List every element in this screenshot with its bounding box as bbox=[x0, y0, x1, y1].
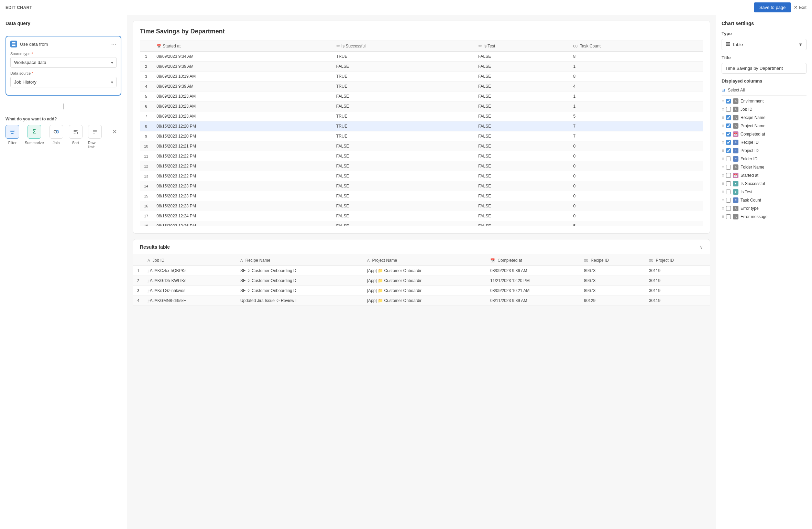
is-test-cell: FALSE bbox=[474, 211, 569, 221]
table-row: 1 08/09/2023 9:34 AM TRUE FALSE 8 bbox=[140, 52, 703, 62]
columns-section-title: Displayed columns bbox=[722, 78, 806, 84]
column-name: Error type bbox=[740, 206, 759, 211]
is-test-header[interactable]: 👁Is Test bbox=[474, 41, 569, 52]
type-dropdown-icon[interactable]: ▼ bbox=[798, 42, 803, 47]
column-name: Folder ID bbox=[740, 156, 757, 161]
drag-handle-icon[interactable]: ⠿ bbox=[722, 215, 724, 219]
svg-rect-10 bbox=[726, 45, 730, 46]
text-icon-1: A bbox=[147, 258, 150, 262]
job-id-header[interactable]: A Job ID bbox=[143, 255, 236, 266]
completed-at-cell: 08/09/2023 9:36 AM bbox=[486, 266, 580, 276]
column-checkbox[interactable] bbox=[726, 173, 731, 178]
row-number: 9 bbox=[140, 131, 152, 141]
results-title: Results table bbox=[140, 244, 170, 250]
drag-handle-icon[interactable]: ⠿ bbox=[722, 141, 724, 144]
is-test-cell: FALSE bbox=[474, 52, 569, 62]
row-number: 2 bbox=[140, 62, 152, 72]
recipe-name-cell: SF -> Customer Onboarding D bbox=[236, 276, 363, 286]
is-successful-cell: FALSE bbox=[332, 171, 474, 181]
more-options-icon[interactable]: ⋯ bbox=[111, 41, 117, 47]
job-id-cell: j-AJAKCzkx-hQBPKs bbox=[143, 266, 236, 276]
column-checkbox[interactable] bbox=[726, 115, 731, 120]
is-successful-cell: FALSE bbox=[332, 181, 474, 191]
recipe-id-cell: 89673 bbox=[580, 276, 645, 286]
recipe-id-header[interactable]: 00 Recipe ID bbox=[580, 255, 645, 266]
is-successful-header[interactable]: 👁Is Successful bbox=[332, 41, 474, 52]
column-checkbox[interactable] bbox=[726, 140, 731, 145]
column-type-icon: # bbox=[733, 140, 738, 145]
column-checkbox[interactable] bbox=[726, 190, 731, 194]
clear-action[interactable]: ✕ bbox=[108, 125, 121, 139]
svg-point-4 bbox=[56, 130, 59, 133]
column-checkbox[interactable] bbox=[726, 156, 731, 161]
recipe-name-cell: SF -> Customer Onboarding D bbox=[236, 286, 363, 296]
join-action[interactable]: Join bbox=[50, 125, 63, 145]
row-number: 16 bbox=[140, 201, 152, 211]
task-count-cell: 0 bbox=[569, 141, 703, 151]
row-limit-label: Row limit bbox=[88, 141, 102, 149]
column-checkbox[interactable] bbox=[726, 148, 731, 153]
select-all-label[interactable]: Select All bbox=[728, 88, 745, 93]
source-type-select[interactable]: Workspace data bbox=[10, 57, 117, 68]
data-source-select[interactable]: Job History bbox=[10, 77, 117, 87]
is-test-cell: FALSE bbox=[474, 101, 569, 111]
exit-button[interactable]: ✕ Exit bbox=[794, 5, 806, 10]
row-number: 15 bbox=[140, 191, 152, 201]
column-checkbox[interactable] bbox=[726, 198, 731, 203]
project-name-header[interactable]: A Project Name bbox=[363, 255, 486, 266]
sort-action[interactable]: Sort bbox=[69, 125, 83, 145]
column-name: Started at bbox=[740, 173, 758, 178]
recipe-name-header[interactable]: A Recipe Name bbox=[236, 255, 363, 266]
column-checkbox[interactable] bbox=[726, 214, 731, 219]
drag-handle-icon[interactable]: ⠿ bbox=[722, 190, 724, 194]
is-test-cell: FALSE bbox=[474, 201, 569, 211]
drag-handle-icon[interactable]: ⠿ bbox=[722, 157, 724, 161]
drag-handle-icon[interactable]: ⠿ bbox=[722, 198, 724, 202]
summarize-action[interactable]: Σ Summarize bbox=[25, 125, 44, 145]
drag-handle-icon[interactable]: ⠿ bbox=[722, 182, 724, 186]
table-row: 2 08/09/2023 9:39 AM FALSE FALSE 1 bbox=[140, 62, 703, 72]
source-type-field: Source type * Workspace data ▼ bbox=[10, 52, 117, 68]
drag-handle-icon[interactable]: ⠿ bbox=[722, 149, 724, 153]
started-at-cell: 08/09/2023 10:23 AM bbox=[152, 91, 332, 101]
filter-action[interactable]: Filter bbox=[6, 125, 19, 145]
project-id-header[interactable]: 00 Project ID bbox=[645, 255, 710, 266]
row-limit-action[interactable]: Row limit bbox=[88, 125, 102, 149]
drag-handle-icon[interactable]: ⠿ bbox=[722, 99, 724, 103]
column-item: ⠿ # Task Count bbox=[722, 196, 806, 204]
row-number: 14 bbox=[140, 181, 152, 191]
started-at-header[interactable]: 📅Started at bbox=[152, 41, 332, 52]
completed-at-header[interactable]: 📅 Completed at bbox=[486, 255, 580, 266]
drag-handle-icon[interactable]: ⠿ bbox=[722, 124, 724, 128]
drag-handle-icon[interactable]: ⠿ bbox=[722, 132, 724, 136]
column-checkbox[interactable] bbox=[726, 132, 731, 137]
data-source-card: Use data from ⋯ Source type * Workspace … bbox=[6, 36, 121, 96]
column-checkbox[interactable] bbox=[726, 123, 731, 128]
chart-title-input[interactable] bbox=[722, 63, 806, 74]
column-checkbox[interactable] bbox=[726, 165, 731, 170]
task-count-header[interactable]: 00 Task Count bbox=[569, 41, 703, 52]
drag-handle-icon[interactable]: ⠿ bbox=[722, 116, 724, 120]
drag-handle-icon[interactable]: ⠿ bbox=[722, 207, 724, 210]
drag-handle-icon[interactable]: ⠿ bbox=[722, 174, 724, 177]
completed-at-cell: 08/11/2023 9:39 AM bbox=[486, 296, 580, 306]
drag-handle-icon[interactable]: ⠿ bbox=[722, 108, 724, 111]
drag-handle-icon[interactable]: ⠿ bbox=[722, 165, 724, 169]
started-at-cell: 08/15/2023 12:23 PM bbox=[152, 201, 332, 211]
column-checkbox[interactable] bbox=[726, 107, 731, 112]
column-checkbox[interactable] bbox=[726, 181, 731, 186]
column-type-icon: 📅 bbox=[733, 173, 738, 178]
column-checkbox[interactable] bbox=[726, 206, 731, 211]
column-name: Recipe ID bbox=[740, 140, 759, 145]
project-id-cell: 30119 bbox=[645, 266, 710, 276]
svg-rect-1 bbox=[12, 44, 15, 45]
table-row: 7 08/09/2023 10:23 AM TRUE FALSE 5 bbox=[140, 111, 703, 121]
column-checkbox[interactable] bbox=[726, 99, 731, 104]
started-at-cell: 08/09/2023 9:34 AM bbox=[152, 52, 332, 62]
task-count-cell: 4 bbox=[569, 82, 703, 91]
chart-table-scroll[interactable]: 📅Started at 👁Is Successful 👁Is Test 00 T… bbox=[140, 41, 703, 226]
results-table-scroll[interactable]: A Job ID A Recipe Name A Project Name 📅 … bbox=[133, 255, 710, 306]
save-button[interactable]: Save to page bbox=[754, 2, 791, 12]
chart-preview-title: Time Savings by Department bbox=[140, 28, 703, 35]
results-chevron-icon[interactable]: ∨ bbox=[700, 244, 703, 250]
